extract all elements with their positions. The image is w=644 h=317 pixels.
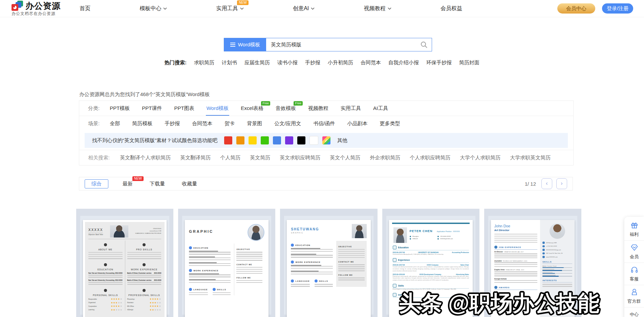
category-ppt-template[interactable]: PPT模板 [110,105,130,112]
hot-term[interactable]: 合同范本 [361,60,381,66]
text-line [236,280,262,283]
related-term[interactable]: 英文简历 [250,155,270,161]
resume1-contact: 13500135000 xxxxxx@xxxx.COM GUANGZHOU, G… [135,227,161,235]
hot-term[interactable]: 小升初简历 [328,60,353,66]
toolbar-item-center-partial[interactable]: 中心 [624,307,644,317]
text-line [189,252,231,255]
search-input[interactable] [266,39,420,50]
nav-item-video-tutorials[interactable]: 视频教程 [364,5,391,12]
color-swatch-orange[interactable] [236,136,244,144]
resume2-skills: SKILLS [213,285,231,295]
resume1-work-section: WORK EXPERIENCE Bank of China | Customer… [127,259,162,285]
nav-item-template-center[interactable]: 模板中心 [139,5,167,12]
toolbar-item-official-group[interactable]: 官方群 [624,285,644,307]
text-line [494,234,537,243]
chevron-down-icon [163,7,167,10]
scene-more[interactable]: 更多类型 [380,120,400,127]
template-card-peter-chen-resume[interactable]: PETER CHEN Application Position : XXXXXX… [382,209,479,317]
sort-favorites[interactable]: 收藏量 [182,181,197,187]
category-excel[interactable]: Excel表格Free [241,105,263,112]
text-line [88,282,123,285]
resume5-photo [550,223,565,239]
color-swatch-purple[interactable] [285,136,293,144]
related-term[interactable]: 英文求职应聘简历 [280,155,320,161]
sort-downloads[interactable]: 下载量 [150,181,165,187]
nav-item-tools[interactable]: 实用工具 NEW [216,5,244,12]
scene-handcopy[interactable]: 手抄报 [165,120,180,127]
login-register-button[interactable]: 登录/注册 [602,3,633,14]
color-swatch-blue[interactable] [273,136,281,144]
hot-term[interactable]: 简历封面 [459,60,479,66]
text-line [127,282,162,285]
template-card-john-doe-resume[interactable]: John Doe Art Director JOB EXPERIENCE Art… [484,209,581,317]
scene-background[interactable]: 背景图 [247,120,262,127]
nav-item-membership[interactable]: 会员权益 [441,5,462,12]
text-line [88,275,123,278]
site-logo[interactable]: 办公资源 办公文档尽在办公资源 [12,1,61,17]
related-term[interactable]: 个人简历 [220,155,240,161]
template-card-bank-teller-resume[interactable]: XXXXX Objective: Bank Teller 13500135000… [76,209,173,317]
category-ai-tools[interactable]: AI工具 [373,105,388,112]
scene-sketch[interactable]: 小品剧本 [347,120,368,127]
hot-term[interactable]: 计划书 [222,60,237,66]
related-term[interactable]: 外企求职简历 [370,155,400,161]
toolbar-item-membership[interactable]: 会员 [624,240,644,263]
color-swatch-green[interactable] [261,136,269,144]
color-swatch-black[interactable] [297,136,305,144]
resume1-name-block: XXXXX Objective: Bank Teller [88,225,103,235]
scene-contract[interactable]: 合同范本 [192,120,212,127]
search-icon[interactable] [420,41,428,48]
color-swatch-red[interactable] [224,136,232,144]
related-search-row: 相关搜索: 英文翻译个人求职简历 英文翻译简历 个人简历 英文简历 英文求职应聘… [79,150,573,165]
category-sound[interactable]: 音效模板Free [276,105,296,112]
nav-item-home[interactable]: 首页 [80,5,90,12]
scene-all[interactable]: 全部 [110,120,120,127]
header-rule [392,223,470,224]
sort-bar: 综合 最新NEW 下载量 收藏量 1/ 12 ‹ › [79,177,573,190]
sort-comprehensive-active[interactable]: 综合 [85,179,108,188]
scene-resume[interactable]: 简历模板 [132,120,152,127]
hot-term[interactable]: 读书小报 [277,60,298,66]
category-video[interactable]: 视频教程 [308,105,328,112]
toolbar-item-benefits[interactable]: 福利 [624,218,644,240]
sort-newest[interactable]: 最新NEW [123,181,133,187]
scene-card[interactable]: 贺卡 [224,120,235,127]
hot-term[interactable]: 自我介绍小报 [388,60,419,66]
prev-page-button[interactable]: ‹ [541,178,552,189]
related-term[interactable]: 英文个人简历 [330,155,360,161]
color-filter-band: 找不到心仪的“英文简历模版”素材？试试颜色筛选功能吧 其他 [85,133,568,148]
related-term[interactable]: 英文翻译简历 [180,155,211,161]
next-page-button[interactable]: › [556,178,567,189]
category-tools[interactable]: 实用工具 [341,105,361,112]
color-swatch-yellow[interactable] [249,136,257,144]
category-ppt-chart[interactable]: PPT图表 [174,105,194,112]
search-bar: Word模板 [224,38,432,51]
category-ppt-courseware[interactable]: PPT课件 [142,105,162,112]
related-term[interactable]: 大学求职英文简历 [510,155,551,161]
color-swatch-white[interactable] [309,136,318,145]
main-nav: 首页 模板中心 实用工具 NEW 创意AI 视频教程 会员权益 [73,0,469,17]
category-word-template-active[interactable]: Word模板 [207,105,229,112]
text-line [542,284,572,287]
text-line [189,280,231,283]
scene-letter[interactable]: 书信/函件 [313,120,335,127]
scene-official-doc[interactable]: 公文/应用文 [274,120,301,127]
color-swatch-multicolor[interactable] [322,136,330,144]
search-category-dropdown[interactable]: Word模板 [224,38,266,51]
related-term[interactable]: 大学个人求职简历 [460,155,500,161]
related-term[interactable]: 英文翻译个人求职简历 [120,155,171,161]
color-other[interactable]: 其他 [337,137,347,144]
toolbar-item-support[interactable]: 客服 [624,263,644,285]
text-line [291,272,333,275]
related-term[interactable]: 个人求职应聘简历 [410,155,450,161]
scene-filter-row: 场景: 全部 简历模板 手抄报 合同范本 贺卡 背景图 公文/应用文 书信/函件… [79,116,573,131]
template-card-shetuwang-resume[interactable]: SHETUWANG GRAPHIC EDUCATION WORK EXPERIE… [280,209,377,317]
hot-term[interactable]: 求职简历 [194,60,214,66]
member-center-button[interactable]: 会员中心 [557,3,595,14]
hot-term[interactable]: 环保手抄报 [426,60,452,66]
hot-term[interactable]: 应届生简历 [244,60,270,66]
template-card-graphic-resume[interactable]: GRAPHIC EDUCATION WORK EXPERIENCE [178,209,275,317]
nav-item-creative-ai[interactable]: 创意AI [293,5,315,12]
hot-term[interactable]: 手抄报 [305,60,320,66]
skill-bar [542,270,572,271]
